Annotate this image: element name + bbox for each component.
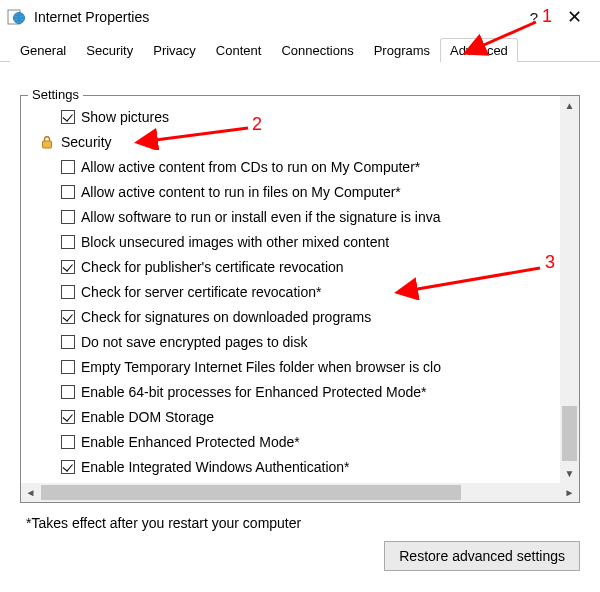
app-icon bbox=[6, 7, 26, 27]
list-item-label: Allow software to run or install even if… bbox=[81, 209, 441, 225]
vertical-scroll-thumb[interactable] bbox=[562, 406, 577, 461]
list-item-label: Check for server certificate revocation* bbox=[81, 284, 321, 300]
list-item[interactable]: Check for signatures on downloaded progr… bbox=[39, 304, 579, 329]
list-item-label: Block unsecured images with other mixed … bbox=[81, 234, 389, 250]
checkbox[interactable] bbox=[61, 260, 75, 274]
list-item-label: Allow active content to run in files on … bbox=[81, 184, 401, 200]
close-button[interactable]: ✕ bbox=[554, 6, 594, 28]
help-button[interactable]: ? bbox=[514, 9, 554, 26]
titlebar: Internet Properties ? ✕ bbox=[0, 0, 600, 34]
settings-listbox: Show picturesSecurityAllow active conten… bbox=[20, 95, 580, 503]
restart-footnote: *Takes effect after you restart your com… bbox=[26, 515, 580, 531]
list-item[interactable]: Enable Enhanced Protected Mode* bbox=[39, 429, 579, 454]
checkbox[interactable] bbox=[61, 410, 75, 424]
tab-security[interactable]: Security bbox=[76, 38, 143, 62]
scroll-down-arrow[interactable]: ▼ bbox=[560, 464, 579, 483]
checkbox[interactable] bbox=[61, 360, 75, 374]
checkbox[interactable] bbox=[61, 385, 75, 399]
scroll-up-arrow[interactable]: ▲ bbox=[560, 96, 579, 115]
list-item[interactable]: Allow active content to run in files on … bbox=[39, 179, 579, 204]
tab-general[interactable]: General bbox=[10, 38, 76, 62]
checkbox[interactable] bbox=[61, 235, 75, 249]
list-item[interactable]: Show pictures bbox=[39, 104, 579, 129]
list-item[interactable]: Check for publisher's certificate revoca… bbox=[39, 254, 579, 279]
lock-icon bbox=[39, 134, 55, 150]
list-item-label: Empty Temporary Internet Files folder wh… bbox=[81, 359, 441, 375]
checkbox[interactable] bbox=[61, 435, 75, 449]
list-item[interactable]: Allow active content from CDs to run on … bbox=[39, 154, 579, 179]
window-title: Internet Properties bbox=[34, 9, 514, 25]
list-category: Security bbox=[39, 129, 579, 154]
tab-programs[interactable]: Programs bbox=[364, 38, 440, 62]
vertical-scrollbar[interactable]: ▲ ▼ bbox=[560, 96, 579, 483]
list-item-label: Allow active content from CDs to run on … bbox=[81, 159, 420, 175]
list-item[interactable]: Do not save encrypted pages to disk bbox=[39, 329, 579, 354]
settings-group-label: Settings bbox=[28, 87, 83, 102]
checkbox[interactable] bbox=[61, 460, 75, 474]
checkbox[interactable] bbox=[61, 185, 75, 199]
list-item-label: Do not save encrypted pages to disk bbox=[81, 334, 307, 350]
tab-advanced[interactable]: Advanced bbox=[440, 38, 518, 62]
checkbox[interactable] bbox=[61, 335, 75, 349]
list-item[interactable]: Check for server certificate revocation* bbox=[39, 279, 579, 304]
horizontal-scrollbar[interactable]: ◄ ► bbox=[21, 483, 579, 502]
list-item-label: Check for publisher's certificate revoca… bbox=[81, 259, 344, 275]
list-item-label: Enable Integrated Windows Authentication… bbox=[81, 459, 350, 475]
list-item[interactable]: Enable Integrated Windows Authentication… bbox=[39, 454, 579, 479]
restore-advanced-button[interactable]: Restore advanced settings bbox=[384, 541, 580, 571]
checkbox[interactable] bbox=[61, 160, 75, 174]
list-item[interactable]: Enable DOM Storage bbox=[39, 404, 579, 429]
list-item-label: Enable Enhanced Protected Mode* bbox=[81, 434, 300, 450]
checkbox[interactable] bbox=[61, 210, 75, 224]
scroll-right-arrow[interactable]: ► bbox=[560, 483, 579, 502]
tab-content[interactable]: Content bbox=[206, 38, 272, 62]
checkbox[interactable] bbox=[61, 310, 75, 324]
settings-list-area[interactable]: Show picturesSecurityAllow active conten… bbox=[21, 96, 579, 483]
scroll-left-arrow[interactable]: ◄ bbox=[21, 483, 40, 502]
list-item-label: Enable 64-bit processes for Enhanced Pro… bbox=[81, 384, 427, 400]
checkbox[interactable] bbox=[61, 110, 75, 124]
list-item[interactable]: Allow software to run or install even if… bbox=[39, 204, 579, 229]
tab-strip: General Security Privacy Content Connect… bbox=[0, 34, 600, 62]
list-item-label: Security bbox=[61, 134, 112, 150]
list-item[interactable]: Block unsecured images with other mixed … bbox=[39, 229, 579, 254]
checkbox[interactable] bbox=[61, 285, 75, 299]
list-item[interactable]: Empty Temporary Internet Files folder wh… bbox=[39, 354, 579, 379]
tab-privacy[interactable]: Privacy bbox=[143, 38, 206, 62]
svg-rect-2 bbox=[43, 141, 52, 148]
horizontal-scroll-thumb[interactable] bbox=[41, 485, 461, 500]
list-item-label: Check for signatures on downloaded progr… bbox=[81, 309, 371, 325]
list-item-label: Enable DOM Storage bbox=[81, 409, 214, 425]
tab-connections[interactable]: Connections bbox=[271, 38, 363, 62]
list-item[interactable]: Enable 64-bit processes for Enhanced Pro… bbox=[39, 379, 579, 404]
list-item-label: Show pictures bbox=[81, 109, 169, 125]
